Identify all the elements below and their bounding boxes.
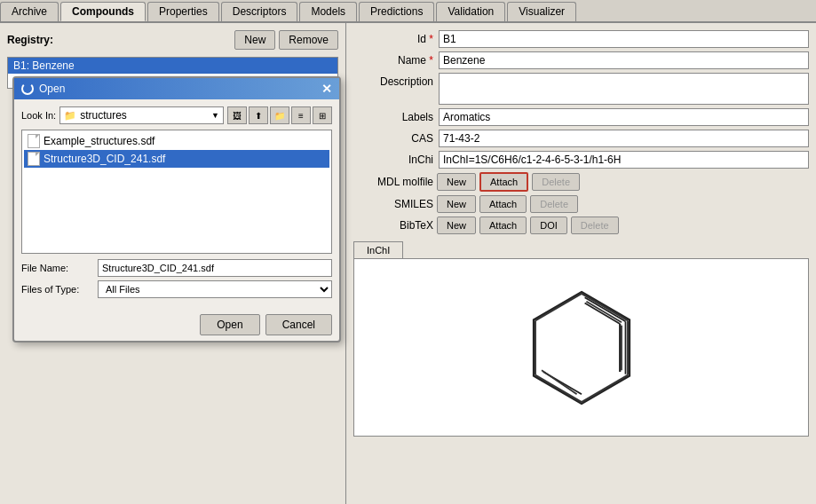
- toolbar-icon-up[interactable]: ⬆: [249, 106, 268, 124]
- smiles-attach-button[interactable]: Attach: [479, 195, 527, 213]
- file-dialog-cancel-button[interactable]: Cancel: [265, 314, 332, 335]
- file-dialog: Open ✕ Look In: 📁 structures ▼ 🖼 ⬆ 📁: [12, 76, 341, 343]
- svg-line-8: [582, 374, 628, 402]
- file-name-input[interactable]: [98, 259, 332, 277]
- mdl-action-row: MDL molfile New Attach Delete: [353, 172, 809, 192]
- registry-label: Registry:: [7, 34, 53, 46]
- file-dialog-title-text: Open: [39, 83, 65, 95]
- name-row: Name *: [353, 51, 809, 69]
- registry-bar: Registry: New Remove: [7, 30, 338, 50]
- main-layout: Registry: New Remove B1: Benzene Open ✕ …: [0, 23, 816, 504]
- toolbar-icon-details[interactable]: ⊞: [313, 106, 332, 124]
- smiles-action-row: SMILES New Attach Delete: [353, 195, 809, 213]
- tab-validation[interactable]: Validation: [436, 2, 505, 21]
- inchi-row: InChi: [353, 151, 809, 169]
- new-compound-button[interactable]: New: [234, 30, 275, 50]
- benzene-structure: [502, 268, 662, 428]
- mdl-delete-button[interactable]: Delete: [532, 173, 580, 191]
- mdl-new-button[interactable]: New: [437, 173, 476, 191]
- file-dialog-title: Open ✕: [14, 78, 339, 99]
- toolbar-icons: 🖼 ⬆ 📁 ≡ ⊞: [227, 106, 332, 124]
- toolbar-icon-new-folder[interactable]: 📁: [270, 106, 289, 124]
- bibtex-label: BibTeX: [353, 219, 433, 232]
- inchi-label: InChi: [353, 151, 433, 166]
- file-list[interactable]: Example_structures.sdf Structure3D_CID_2…: [21, 130, 332, 254]
- file-dialog-close-button[interactable]: ✕: [321, 82, 332, 96]
- file-dialog-footer: Open Cancel: [14, 309, 339, 341]
- files-type-label: Files of Type:: [21, 284, 92, 295]
- inchi-tab[interactable]: InChI: [353, 241, 403, 258]
- tab-predictions[interactable]: Predictions: [359, 2, 434, 21]
- tab-models[interactable]: Models: [299, 2, 357, 21]
- tab-properties[interactable]: Properties: [147, 2, 219, 21]
- smiles-delete-button[interactable]: Delete: [530, 195, 578, 213]
- file-item-1[interactable]: Structure3D_CID_241.sdf: [24, 150, 329, 168]
- labels-label: Labels: [353, 108, 433, 123]
- file-icon-1: [28, 152, 40, 166]
- look-in-label: Look In:: [21, 110, 56, 121]
- id-label: Id *: [353, 30, 433, 45]
- bibtex-delete-button[interactable]: Delete: [571, 217, 619, 234]
- tab-archive[interactable]: Archive: [0, 2, 59, 21]
- labels-input[interactable]: [439, 108, 809, 126]
- file-name-0: Example_structures.sdf: [44, 135, 154, 147]
- file-icon-0: [28, 134, 40, 148]
- files-type-select[interactable]: All Files: [98, 280, 332, 298]
- right-panel: Id * Name * Description Labels CAS: [346, 23, 816, 504]
- description-textarea[interactable]: [439, 73, 809, 105]
- smiles-new-button[interactable]: New: [437, 195, 476, 213]
- look-in-bar: Look In: 📁 structures ▼ 🖼 ⬆ 📁 ≡ ⊞: [21, 106, 332, 124]
- labels-row: Labels: [353, 108, 809, 126]
- mdl-label: MDL molfile: [353, 176, 433, 188]
- cas-label: CAS: [353, 130, 433, 145]
- bibtex-action-row: BibTeX New Attach DOI Delete: [353, 217, 809, 234]
- remove-compound-button[interactable]: Remove: [279, 30, 338, 50]
- file-name-row: File Name:: [21, 259, 332, 277]
- left-panel: Registry: New Remove B1: Benzene Open ✕ …: [0, 23, 346, 504]
- file-dialog-body: Look In: 📁 structures ▼ 🖼 ⬆ 📁 ≡ ⊞: [14, 99, 339, 309]
- file-name-label: File Name:: [21, 263, 92, 273]
- file-dialog-open-button[interactable]: Open: [200, 314, 259, 335]
- description-label: Description: [353, 73, 433, 88]
- tab-compounds[interactable]: Compounds: [60, 2, 146, 21]
- mdl-attach-button[interactable]: Attach: [479, 172, 528, 192]
- svg-line-1: [584, 297, 625, 321]
- name-input[interactable]: [439, 51, 809, 69]
- toolbar-icon-image[interactable]: 🖼: [227, 106, 247, 124]
- id-row: Id *: [353, 30, 809, 48]
- structure-area: [353, 259, 809, 437]
- cas-row: CAS: [353, 130, 809, 147]
- inchi-tab-bar: InChI: [353, 241, 809, 259]
- file-item-0[interactable]: Example_structures.sdf: [24, 132, 329, 150]
- description-row: Description: [353, 73, 809, 105]
- svg-line-9: [535, 374, 581, 402]
- tab-descriptors[interactable]: Descriptors: [221, 2, 298, 21]
- files-type-row: Files of Type: All Files: [21, 280, 332, 298]
- file-name-1: Structure3D_CID_241.sdf: [44, 153, 165, 165]
- look-in-select[interactable]: 📁 structures ▼: [59, 106, 224, 124]
- bibtex-new-button[interactable]: New: [437, 217, 476, 234]
- svg-line-6: [582, 293, 628, 320]
- toolbar-icon-list[interactable]: ≡: [291, 106, 311, 124]
- bibtex-attach-button[interactable]: Attach: [479, 217, 527, 234]
- tab-visualizer[interactable]: Visualizer: [507, 2, 576, 21]
- bibtex-doi-button[interactable]: DOI: [530, 217, 567, 234]
- svg-line-11: [535, 293, 581, 320]
- smiles-label: SMILES: [353, 198, 433, 210]
- name-label: Name *: [353, 51, 433, 67]
- tab-bar: Archive Compounds Properties Descriptors…: [0, 0, 816, 23]
- svg-marker-0: [534, 292, 630, 404]
- cas-input[interactable]: [439, 130, 809, 147]
- inchi-input[interactable]: [439, 151, 809, 169]
- id-input[interactable]: [439, 30, 809, 48]
- compound-item[interactable]: B1: Benzene: [8, 58, 337, 74]
